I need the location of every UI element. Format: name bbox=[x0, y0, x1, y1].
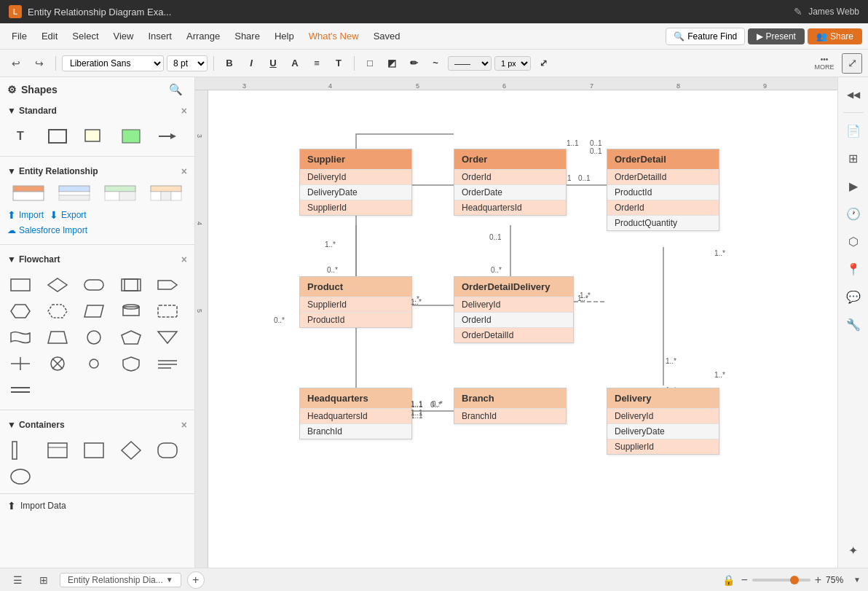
fc-pentagon[interactable] bbox=[117, 325, 146, 350]
fc-shield[interactable] bbox=[117, 351, 146, 376]
menu-select[interactable]: Select bbox=[66, 28, 104, 44]
menu-share[interactable]: Share bbox=[229, 28, 266, 44]
cont-list[interactable] bbox=[6, 438, 35, 463]
flowchart-close[interactable]: × bbox=[181, 254, 187, 265]
cont-ellipse[interactable] bbox=[6, 464, 35, 489]
er-toggle[interactable]: ▼ bbox=[7, 166, 16, 176]
italic-button[interactable]: I bbox=[242, 54, 261, 73]
add-tab-button[interactable]: + bbox=[187, 571, 205, 589]
waypoint-button[interactable]: ⤢ bbox=[534, 54, 553, 73]
redo-button[interactable]: ↪ bbox=[29, 53, 50, 74]
fc-diamond[interactable] bbox=[43, 273, 72, 297]
cont-swimlane[interactable] bbox=[43, 438, 72, 463]
diagram-area[interactable]: 1..* 0..* 1..1 0..1 0..1 0..* 1..* bbox=[208, 90, 837, 568]
fc-rect[interactable] bbox=[6, 273, 35, 297]
more-button[interactable]: ••• MORE bbox=[810, 52, 839, 75]
fc-x-circle[interactable] bbox=[43, 351, 72, 376]
line-style-button[interactable]: ~ bbox=[426, 54, 445, 73]
right-location-icon[interactable]: 📍 bbox=[842, 257, 865, 281]
product-entity[interactable]: Product SupplierId ProductId bbox=[299, 276, 412, 328]
er-shape-3[interactable] bbox=[98, 183, 143, 203]
er-shape-1[interactable] bbox=[6, 183, 50, 203]
menu-whats-new[interactable]: What's New bbox=[303, 28, 365, 44]
right-layers-icon[interactable]: ⬡ bbox=[842, 230, 865, 253]
fc-trapezoid[interactable] bbox=[43, 325, 72, 350]
menu-help[interactable]: Help bbox=[269, 28, 300, 44]
fc-dbl-rect[interactable] bbox=[117, 273, 146, 297]
line-weight-select[interactable]: —— bbox=[448, 56, 492, 71]
right-clock-icon[interactable]: 🕐 bbox=[842, 202, 865, 225]
shape-fill-button[interactable]: □ bbox=[360, 54, 379, 73]
right-tools-icon[interactable]: 🔧 bbox=[842, 313, 865, 336]
zoom-slider-thumb[interactable] bbox=[790, 576, 799, 584]
fill-color-button[interactable]: ◩ bbox=[382, 54, 401, 73]
fc-small-circle[interactable] bbox=[79, 351, 108, 376]
import-data-button[interactable]: ⬆ Import Data bbox=[0, 493, 194, 517]
page-tab[interactable]: Entity Relationship Dia... ▼ bbox=[60, 573, 181, 587]
share-button[interactable]: 👥 Share bbox=[808, 28, 862, 44]
fc-cylinder[interactable] bbox=[117, 299, 146, 324]
fullscreen-button[interactable]: ⤢ bbox=[842, 53, 862, 74]
zoom-out-button[interactable]: − bbox=[741, 574, 747, 587]
menu-insert[interactable]: Insert bbox=[142, 28, 178, 44]
zoom-dropdown-icon[interactable]: ▼ bbox=[853, 576, 861, 584]
align-button[interactable]: ≡ bbox=[307, 54, 326, 73]
fc-triangle-down[interactable] bbox=[153, 325, 182, 350]
fc-equals[interactable] bbox=[6, 377, 35, 402]
rect-shape[interactable] bbox=[43, 124, 72, 149]
headquarters-entity[interactable]: Headquarters HeadquartersId BranchId bbox=[299, 388, 412, 439]
canvas-area[interactable]: 3 4 5 6 7 8 9 3 4 5 1..* 0..* bbox=[195, 77, 837, 568]
menu-view[interactable]: View bbox=[108, 28, 140, 44]
flowchart-toggle[interactable]: ▼ bbox=[7, 254, 16, 265]
colored-rect-shape[interactable] bbox=[117, 124, 146, 149]
right-pages-icon[interactable]: 📄 bbox=[842, 119, 865, 142]
er-shape-2[interactable] bbox=[52, 183, 96, 203]
shapes-gear-icon[interactable]: ⚙ bbox=[7, 84, 17, 95]
supplier-entity[interactable]: Supplier DeliveryId DeliveryDate Supplie… bbox=[299, 149, 412, 216]
present-button[interactable]: ▶ Present bbox=[748, 28, 805, 44]
fc-circle[interactable] bbox=[79, 325, 108, 350]
menu-arrange[interactable]: Arrange bbox=[181, 28, 226, 44]
orderdetaildelivery-entity[interactable]: OrderDetailDelivery DeliveryId OrderId O… bbox=[454, 276, 574, 343]
cont-rounded2[interactable] bbox=[153, 438, 182, 463]
delivery-entity[interactable]: Delivery DeliveryId DeliveryDate Supplie… bbox=[607, 388, 719, 455]
grid-view-button[interactable]: ⊞ bbox=[33, 570, 54, 590]
right-sparkle-icon[interactable]: ✦ bbox=[842, 539, 865, 562]
undo-button[interactable]: ↩ bbox=[6, 53, 26, 74]
underline-button[interactable]: U bbox=[264, 54, 283, 73]
menu-edit[interactable]: Edit bbox=[36, 28, 63, 44]
font-color-button[interactable]: A bbox=[285, 54, 304, 73]
cont-rect2[interactable] bbox=[79, 438, 108, 463]
fc-tape[interactable] bbox=[6, 325, 35, 350]
branch-entity[interactable]: Branch BranchId bbox=[454, 388, 567, 424]
orderdetail-entity[interactable]: OrderDetail OrderDetailId ProductId Orde… bbox=[607, 149, 719, 231]
shapes-search-icon[interactable]: 🔍 bbox=[169, 83, 183, 96]
standard-close[interactable]: × bbox=[181, 105, 187, 117]
fc-open-rect[interactable] bbox=[153, 299, 182, 324]
containers-toggle[interactable]: ▼ bbox=[7, 420, 16, 430]
right-table-icon[interactable]: ⊞ bbox=[842, 146, 865, 170]
right-comment-icon[interactable]: 💬 bbox=[842, 285, 865, 308]
cont-diamond2[interactable] bbox=[117, 438, 146, 463]
menu-file[interactable]: File bbox=[6, 28, 33, 44]
fc-hex2[interactable] bbox=[43, 299, 72, 324]
note-shape[interactable] bbox=[79, 124, 108, 149]
import-button[interactable]: ⬆ Import bbox=[7, 209, 44, 221]
zoom-slider[interactable] bbox=[752, 579, 810, 582]
right-present-icon[interactable]: ▶ bbox=[842, 174, 865, 197]
text-align-button[interactable]: T bbox=[329, 54, 348, 73]
containers-close[interactable]: × bbox=[181, 419, 187, 431]
edit-icon[interactable]: ✎ bbox=[794, 6, 802, 17]
bold-button[interactable]: B bbox=[220, 54, 239, 73]
text-shape[interactable]: T bbox=[6, 124, 35, 149]
line-thickness-select[interactable]: 1 px bbox=[494, 56, 531, 71]
zoom-in-button[interactable]: + bbox=[815, 574, 821, 587]
er-shape-4[interactable] bbox=[144, 183, 189, 203]
feature-find-button[interactable]: 🔍 Feature Find bbox=[666, 28, 745, 45]
fc-arrow-rect[interactable] bbox=[153, 273, 182, 297]
salesforce-import-button[interactable]: ☁ Salesforce Import bbox=[0, 224, 194, 241]
line-color-button[interactable]: ✏ bbox=[404, 54, 423, 73]
font-family-select[interactable]: Liberation Sans bbox=[62, 55, 164, 71]
canvas-content[interactable]: 1..* 0..* 1..1 0..1 0..1 0..* 1..* bbox=[208, 90, 837, 568]
fc-cross[interactable] bbox=[6, 351, 35, 376]
